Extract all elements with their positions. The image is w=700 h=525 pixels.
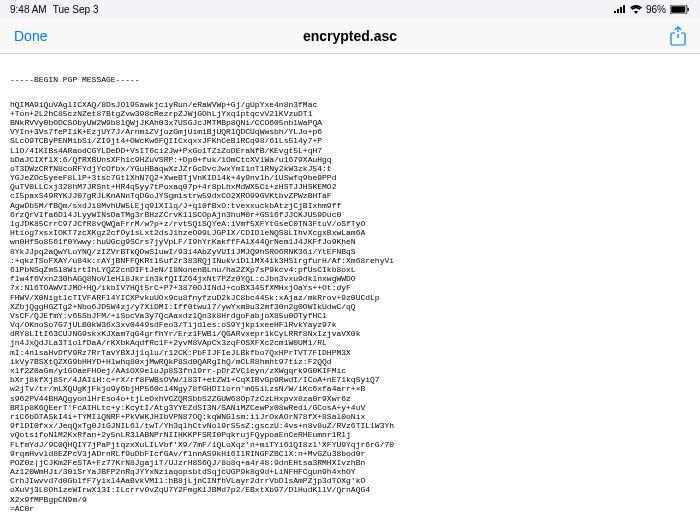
pgp-begin: -----BEGIN PGP MESSAGE----- (10, 75, 690, 84)
done-button[interactable]: Done (14, 28, 47, 44)
svg-rect-8 (675, 32, 681, 34)
svg-rect-6 (688, 7, 689, 10)
svg-rect-0 (614, 11, 616, 13)
status-right: 96% (614, 4, 690, 15)
page-title: encrypted.asc (303, 28, 397, 44)
svg-rect-2 (620, 7, 622, 13)
status-bar: 9:48 AM Tue Sep 3 96% (0, 0, 700, 18)
file-content: -----BEGIN PGP MESSAGE----- hQIMA9iQuVAg… (0, 54, 700, 525)
svg-rect-3 (623, 5, 625, 13)
nav-bar: Done encrypted.asc (0, 18, 700, 54)
share-icon (670, 26, 686, 46)
status-time: 9:48 AM (10, 4, 47, 15)
pgp-body: hQIMA9iQuVAglICXAQ/8DsJOl95awkjciyRun/eR… (10, 100, 690, 513)
battery-percent: 96% (646, 4, 666, 15)
svg-rect-5 (671, 6, 685, 13)
status-date: Tue Sep 3 (53, 4, 99, 15)
wifi-icon (630, 5, 642, 14)
battery-icon (670, 5, 690, 14)
share-button[interactable] (670, 26, 686, 46)
svg-rect-1 (617, 9, 619, 13)
status-left: 9:48 AM Tue Sep 3 (10, 4, 98, 15)
signal-icon (614, 5, 626, 13)
